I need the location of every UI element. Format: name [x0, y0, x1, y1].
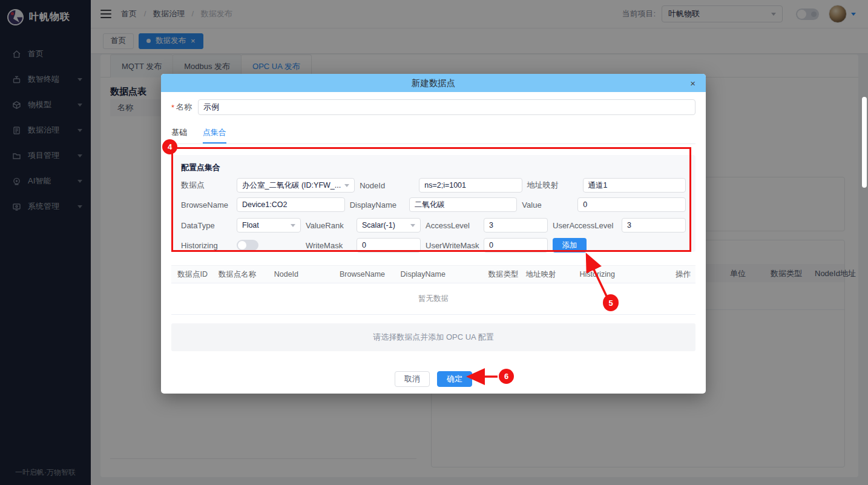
addrmap-label: 地址映射	[527, 180, 578, 191]
valuerank-select[interactable]: Scalar(-1)	[357, 218, 421, 233]
form-row: 数据点 办公室_二氧化碳 (ID:YFW_... NodeId 地址映射	[181, 178, 686, 193]
chevron-down-icon	[410, 224, 415, 227]
userwritemask-input[interactable]	[484, 238, 548, 252]
browsename-input[interactable]	[237, 197, 345, 212]
hint-box: 请选择数据点并添加 OPC UA 配置	[171, 323, 695, 351]
col-datatype: 数据类型	[482, 269, 519, 280]
nodeid-label: NodeId	[360, 181, 414, 190]
chevron-down-icon	[291, 224, 295, 227]
name-field-row: * 名称	[171, 99, 695, 115]
tab-basic[interactable]: 基础	[171, 127, 187, 144]
name-label: 名称	[176, 102, 192, 113]
displayname-input[interactable]	[409, 197, 518, 212]
col-displayname: DisplayName	[395, 270, 482, 279]
browsename-label: BrowseName	[181, 200, 232, 210]
col-actions: 操作	[660, 269, 695, 280]
nodeid-input[interactable]	[419, 178, 522, 193]
col-browsename: BrowseName	[334, 270, 395, 279]
name-input[interactable]	[198, 99, 695, 115]
historizing-toggle[interactable]	[237, 240, 258, 251]
displayname-label: DisplayName	[350, 200, 404, 210]
required-mark: *	[171, 103, 174, 112]
modal-footer: 取消 确定	[171, 371, 695, 387]
datatype-select[interactable]: Float	[237, 218, 301, 233]
modal-body: * 名称 基础 点集合 配置点集合 数据点 办公室_二氧化碳 (ID:YFW_.…	[161, 99, 706, 387]
writemask-input[interactable]	[357, 238, 421, 252]
col-addrmap: 地址映射	[520, 269, 574, 280]
close-icon[interactable]: ×	[687, 74, 699, 92]
valuerank-label: ValueRank	[306, 221, 352, 230]
valuerank-select-value: Scalar(-1)	[362, 221, 407, 229]
col-nodeid: NodeId	[268, 270, 334, 279]
form-row: BrowseName DisplayName Value	[181, 197, 686, 212]
modal-tabs: 基础 点集合	[171, 127, 695, 144]
app-root: 叶帆物联 首页 数智终端 物模型 数据治理	[0, 0, 868, 485]
section-title: 配置点集合	[181, 162, 686, 173]
ok-button[interactable]: 确定	[437, 371, 472, 387]
chevron-down-icon	[344, 184, 349, 187]
datapoint-select-value: 办公室_二氧化碳 (ID:YFW_...	[242, 180, 341, 191]
modal-header: 新建数据点 ×	[161, 74, 706, 92]
userwritemask-label: UserWriteMask	[426, 241, 479, 250]
addrmap-input[interactable]	[583, 178, 686, 193]
datatype-select-value: Float	[242, 221, 287, 229]
datatype-label: DataType	[181, 221, 232, 230]
cancel-button[interactable]: 取消	[395, 371, 430, 387]
toggle-knob	[238, 241, 246, 249]
form-row: DataType Float ValueRank Scalar(-1) Acce…	[181, 218, 686, 233]
useraccesslevel-label: UserAccessLevel	[553, 221, 617, 230]
tab-point-set[interactable]: 点集合	[203, 127, 226, 144]
datapoint-select[interactable]: 办公室_二氧化碳 (ID:YFW_...	[237, 178, 355, 193]
value-label: Value	[522, 200, 573, 210]
accesslevel-label: AccessLevel	[426, 221, 479, 230]
historizing-label: Historizing	[181, 241, 232, 250]
col-datapoint-id: 数据点ID	[171, 269, 212, 280]
form-row: Historizing WriteMask UserWriteMask 添加	[181, 238, 686, 252]
new-datapoint-modal: 新建数据点 × * 名称 基础 点集合 配置点集合 数据点 办公室_二氧化碳 (…	[161, 74, 706, 394]
writemask-label: WriteMask	[306, 241, 352, 250]
scrollbar-thumb[interactable]	[862, 97, 867, 188]
value-input[interactable]	[577, 197, 686, 212]
point-set-config-panel: 配置点集合 数据点 办公室_二氧化碳 (ID:YFW_... NodeId 地址…	[171, 155, 695, 252]
points-table: 数据点ID 数据点名称 NodeId BrowseName DisplayNam…	[171, 265, 695, 315]
datapoint-label: 数据点	[181, 180, 232, 191]
points-table-header: 数据点ID 数据点名称 NodeId BrowseName DisplayNam…	[171, 265, 695, 283]
col-historizing: Historizing	[574, 270, 660, 279]
col-datapoint-name: 数据点名称	[212, 269, 268, 280]
useraccesslevel-input[interactable]	[622, 218, 686, 233]
add-button[interactable]: 添加	[553, 238, 587, 252]
empty-placeholder: 暂无数据	[171, 283, 695, 315]
accesslevel-input[interactable]	[484, 218, 548, 233]
modal-title: 新建数据点	[412, 78, 456, 89]
